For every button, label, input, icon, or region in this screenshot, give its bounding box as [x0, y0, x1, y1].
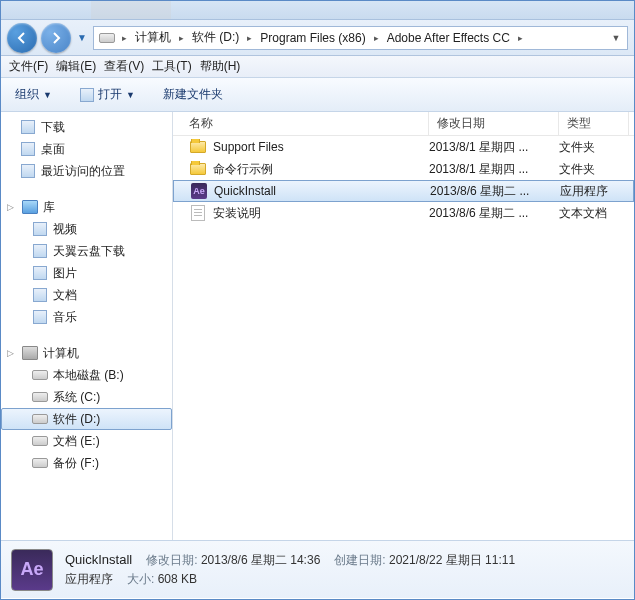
new-folder-button[interactable]: 新建文件夹: [157, 82, 229, 107]
forward-button[interactable]: [41, 23, 71, 53]
location-icon: [98, 29, 116, 47]
nav-history-dropdown[interactable]: ▼: [75, 28, 89, 48]
sidebar-item-label: 下载: [41, 119, 65, 136]
sidebar-drive-item[interactable]: 软件 (D:): [1, 408, 172, 430]
collapse-icon[interactable]: ▷: [7, 348, 17, 358]
column-name[interactable]: 名称: [173, 112, 429, 135]
video-icon: [31, 221, 49, 237]
navigation-pane[interactable]: 下载 桌面 最近访问的位置 ▷ 库 视频 天翼云盘下载 图片: [1, 112, 173, 540]
back-button[interactable]: [7, 23, 37, 53]
folder-icon: [189, 139, 207, 155]
sidebar-item-download[interactable]: 下载: [1, 116, 172, 138]
file-type: 文件夹: [559, 161, 629, 178]
file-row[interactable]: Support Files 2013/8/1 星期四 ... 文件夹: [173, 136, 634, 158]
menu-view[interactable]: 查看(V): [100, 56, 148, 77]
sidebar-drive-item[interactable]: 本地磁盘 (B:): [1, 364, 172, 386]
download-icon: [19, 119, 37, 135]
file-name: Support Files: [213, 140, 284, 154]
ae-app-icon: Ae: [11, 549, 53, 591]
open-button[interactable]: 打开 ▼: [74, 82, 141, 107]
ae-icon: Ae: [190, 183, 208, 199]
sidebar-item-label: 备份 (F:): [53, 455, 99, 472]
organize-button[interactable]: 组织 ▼: [9, 82, 58, 107]
column-type[interactable]: 类型: [559, 112, 629, 135]
details-filename: QuickInstall: [65, 552, 132, 567]
drive-icon: [31, 433, 49, 449]
breadcrumb-drive[interactable]: 软件 (D:): [188, 27, 243, 49]
libraries-header[interactable]: ▷ 库: [1, 196, 172, 218]
details-pane: Ae QuickInstall 修改日期: 2013/8/6 星期二 14:36…: [1, 540, 634, 598]
sidebar-item-pictures[interactable]: 图片: [1, 262, 172, 284]
sidebar-item-label: 软件 (D:): [53, 411, 100, 428]
file-rows-container: Support Files 2013/8/1 星期四 ... 文件夹 命令行示例…: [173, 136, 634, 224]
sidebar-item-label: 天翼云盘下载: [53, 243, 125, 260]
column-date[interactable]: 修改日期: [429, 112, 559, 135]
computer-icon: [21, 345, 39, 361]
recent-icon: [19, 163, 37, 179]
sidebar-item-label: 文档 (E:): [53, 433, 100, 450]
menu-tools[interactable]: 工具(T): [148, 56, 195, 77]
breadcrumb-arrow-icon[interactable]: ▸: [370, 33, 383, 43]
drive-icon: [31, 389, 49, 405]
sidebar-item-label: 图片: [53, 265, 77, 282]
file-type: 应用程序: [560, 183, 630, 200]
sidebar-item-label: 最近访问的位置: [41, 163, 125, 180]
file-row[interactable]: Ae QuickInstall 2013/8/6 星期二 ... 应用程序: [173, 180, 634, 202]
breadcrumb-folder[interactable]: Program Files (x86): [256, 27, 369, 49]
sidebar-item-music[interactable]: 音乐: [1, 306, 172, 328]
sidebar-drive-item[interactable]: 系统 (C:): [1, 386, 172, 408]
sidebar-item-desktop[interactable]: 桌面: [1, 138, 172, 160]
sidebar-drive-item[interactable]: 文档 (E:): [1, 430, 172, 452]
details-modified-label: 修改日期:: [146, 553, 197, 567]
music-icon: [31, 309, 49, 325]
drive-icon: [31, 411, 49, 427]
new-folder-label: 新建文件夹: [163, 86, 223, 103]
txt-icon: [189, 205, 207, 221]
favorites-group: 下载 桌面 最近访问的位置: [1, 116, 172, 182]
sidebar-item-label: 视频: [53, 221, 77, 238]
file-row[interactable]: 命令行示例 2013/8/1 星期四 ... 文件夹: [173, 158, 634, 180]
drive-icon: [31, 455, 49, 471]
sidebar-item-recent[interactable]: 最近访问的位置: [1, 160, 172, 182]
details-created-value: 2021/8/22 星期日 11:11: [389, 553, 515, 567]
sidebar-item-label: 系统 (C:): [53, 389, 100, 406]
menu-edit[interactable]: 编辑(E): [52, 56, 100, 77]
sidebar-item-label: 音乐: [53, 309, 77, 326]
sidebar-drive-item[interactable]: 备份 (F:): [1, 452, 172, 474]
computer-group: ▷ 计算机 本地磁盘 (B:) 系统 (C:) 软件 (D:) 文档 (E:) …: [1, 342, 172, 474]
folder-icon: [189, 161, 207, 177]
drive-icon: [31, 367, 49, 383]
open-label: 打开: [98, 86, 122, 103]
organize-label: 组织: [15, 86, 39, 103]
menu-help[interactable]: 帮助(H): [196, 56, 245, 77]
pictures-icon: [31, 265, 49, 281]
file-row[interactable]: 安装说明 2013/8/6 星期二 ... 文本文档: [173, 202, 634, 224]
libraries-label: 库: [43, 199, 55, 216]
navigation-bar: ▼ ▸ 计算机 ▸ 软件 (D:) ▸ Program Files (x86) …: [1, 20, 634, 56]
details-filetype: 应用程序: [65, 571, 113, 588]
sidebar-item-video[interactable]: 视频: [1, 218, 172, 240]
address-dropdown-icon[interactable]: ▼: [607, 33, 625, 43]
collapse-icon[interactable]: ▷: [7, 202, 17, 212]
dropdown-icon: ▼: [126, 90, 135, 100]
details-size-label: 大小:: [127, 572, 154, 586]
cloud-icon: [31, 243, 49, 259]
menu-file[interactable]: 文件(F): [5, 56, 52, 77]
address-bar[interactable]: ▸ 计算机 ▸ 软件 (D:) ▸ Program Files (x86) ▸ …: [93, 26, 628, 50]
breadcrumb-arrow-icon[interactable]: ▸: [175, 33, 188, 43]
breadcrumb-computer[interactable]: 计算机: [131, 27, 175, 49]
sidebar-item-label: 文档: [53, 287, 77, 304]
sidebar-item-label: 本地磁盘 (B:): [53, 367, 124, 384]
sidebar-item-label: 桌面: [41, 141, 65, 158]
breadcrumb-folder[interactable]: Adobe After Effects CC: [383, 27, 514, 49]
sidebar-item-cloud[interactable]: 天翼云盘下载: [1, 240, 172, 262]
breadcrumb-arrow-icon[interactable]: ▸: [514, 33, 527, 43]
breadcrumb-arrow-icon[interactable]: ▸: [243, 33, 256, 43]
menu-bar: 文件(F) 编辑(E) 查看(V) 工具(T) 帮助(H): [1, 56, 634, 78]
sidebar-item-docs[interactable]: 文档: [1, 284, 172, 306]
file-name: 命令行示例: [213, 161, 273, 178]
details-text: QuickInstall 修改日期: 2013/8/6 星期二 14:36 创建…: [65, 552, 624, 588]
file-type: 文件夹: [559, 139, 629, 156]
computer-header[interactable]: ▷ 计算机: [1, 342, 172, 364]
breadcrumb-arrow-icon[interactable]: ▸: [118, 33, 131, 43]
